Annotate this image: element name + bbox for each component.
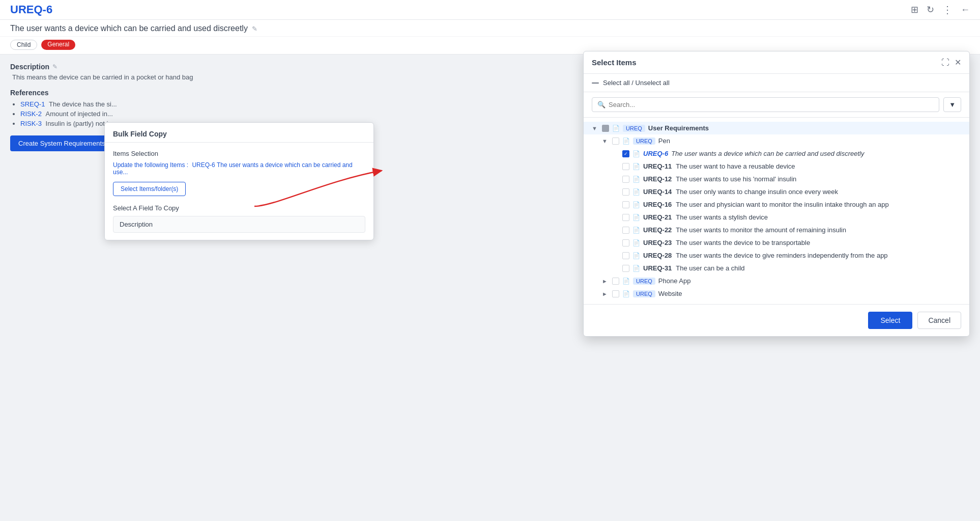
- doc-icon-ureq-23: 📄: [632, 239, 640, 246]
- tree-item-ureq-12[interactable]: 📄 UREQ-12 The user wants to use his 'nor…: [584, 173, 969, 185]
- update-prefix: Update the following Items :: [113, 161, 188, 169]
- checkbox-ureq-28[interactable]: [622, 252, 629, 259]
- checkbox-ureq-31[interactable]: [622, 265, 629, 272]
- select-items-folder-button[interactable]: Select Items/folder(s): [113, 182, 186, 196]
- doc-icon-ureq-12: 📄: [632, 176, 640, 183]
- ref-text-3: Insulin is (partly) not i...: [46, 120, 114, 127]
- tree-item-website-folder[interactable]: ► 📄 UREQ Website: [584, 287, 969, 300]
- references-title: References: [10, 89, 49, 97]
- ref-link-1[interactable]: SREQ-1: [20, 100, 45, 108]
- item-tag-ureq-pen: UREQ: [633, 138, 655, 145]
- folder-icon-pen: 📄: [622, 138, 630, 145]
- field-option-description[interactable]: Description: [113, 216, 365, 233]
- expand-icon[interactable]: ⛶: [941, 58, 949, 67]
- item-id-ureq-11: UREQ-11: [643, 162, 672, 170]
- root-checkbox-partial[interactable]: [602, 125, 609, 132]
- subtitle-row: The user wants a device which can be car…: [0, 20, 980, 37]
- history-icon[interactable]: ↻: [927, 4, 934, 15]
- items-selection-title: Items Selection: [113, 150, 365, 157]
- doc-icon-ureq-22: 📄: [632, 227, 640, 234]
- select-all-text[interactable]: Select all / Unselect all: [603, 79, 670, 87]
- item-label-website: Website: [658, 290, 682, 297]
- item-id-ureq-28: UREQ-28: [643, 252, 672, 259]
- chevron-right-website-icon: ►: [602, 291, 609, 297]
- search-input[interactable]: [609, 101, 934, 108]
- tree-item-ureq-14[interactable]: 📄 UREQ-14 The user only wants to change …: [584, 185, 969, 198]
- tree-item-ureq-31[interactable]: 📄 UREQ-31 The user can be a child: [584, 262, 969, 275]
- doc-icon-ureq-31: 📄: [632, 265, 640, 272]
- dropdown-filter-button[interactable]: ▼: [943, 97, 961, 112]
- item-id-ureq-12: UREQ-12: [643, 175, 672, 183]
- item-tag-ureq-root: UREQ: [623, 125, 645, 132]
- ref-text-1: The device has the si...: [49, 100, 117, 108]
- item-id-ureq-23: UREQ-23: [643, 239, 672, 246]
- item-desc-ureq-14: The user only wants to change insulin on…: [676, 188, 838, 196]
- item-tag-ureq-website: UREQ: [633, 290, 655, 297]
- checkbox-ureq-16[interactable]: [622, 201, 629, 208]
- ref-text-2: Amount of injected in...: [46, 110, 113, 118]
- item-desc-ureq-16: The user and physician want to monitor t…: [676, 201, 888, 208]
- website-checkbox[interactable]: [612, 290, 619, 297]
- tree-item-ureq-6[interactable]: ✓ 📄 UREQ-6 The user wants a device which…: [584, 147, 969, 160]
- tree-item-ureq-11[interactable]: 📄 UREQ-11 The user want to have a reusab…: [584, 160, 969, 173]
- modal-footer: Select Cancel: [584, 304, 969, 336]
- checkbox-ureq-23[interactable]: [622, 239, 629, 246]
- modal-header-icons: ⛶ ✕: [941, 58, 961, 67]
- subtitle-text: The user wants a device which can be car…: [10, 24, 248, 33]
- tree-item-pen-folder[interactable]: ▼ 📄 UREQ Pen: [584, 134, 969, 147]
- checkbox-ureq-11[interactable]: [622, 163, 629, 170]
- select-items-modal: Select Items ⛶ ✕ Select all / Unselect a…: [583, 51, 970, 337]
- ref-link-3[interactable]: RISK-3: [20, 120, 42, 127]
- tree-item-phone-app-folder[interactable]: ► 📄 UREQ Phone App: [584, 275, 969, 287]
- phone-app-checkbox[interactable]: [612, 278, 619, 285]
- checkbox-ureq-6[interactable]: ✓: [622, 150, 629, 157]
- item-desc-ureq-31: The user can be a child: [676, 264, 744, 272]
- tree-item-ureq-16[interactable]: 📄 UREQ-16 The user and physician want to…: [584, 198, 969, 211]
- org-icon[interactable]: ⊞: [911, 4, 918, 15]
- item-desc-ureq-6: The user wants a device which can be car…: [671, 150, 864, 157]
- top-bar-actions: ⊞ ↻ ⋮ ←: [911, 4, 970, 16]
- folder-icon-root: 📄: [612, 125, 620, 132]
- checkbox-ureq-12[interactable]: [622, 176, 629, 183]
- edit-description-icon[interactable]: ✎: [52, 63, 57, 70]
- checkbox-ureq-22[interactable]: [622, 227, 629, 234]
- item-label-phone-app: Phone App: [658, 277, 691, 285]
- search-icon: 🔍: [597, 101, 606, 108]
- close-modal-icon[interactable]: ✕: [955, 58, 961, 67]
- tree-list: ▼ 📄 UREQ User Requirements ▼ 📄 UREQ Pen …: [584, 118, 969, 304]
- tree-item-ureq-23[interactable]: 📄 UREQ-23 The user wants the device to b…: [584, 236, 969, 249]
- back-icon[interactable]: ←: [961, 5, 970, 15]
- checkbox-ureq-21[interactable]: [622, 214, 629, 221]
- tree-item-ureq-21[interactable]: 📄 UREQ-21 The user wants a stylish devic…: [584, 211, 969, 224]
- item-id-ureq-22: UREQ-22: [643, 226, 672, 234]
- bulk-title: Bulk Field Copy: [113, 130, 167, 138]
- tree-item-ureq-28[interactable]: 📄 UREQ-28 The user wants the device to g…: [584, 249, 969, 262]
- modal-title: Select Items: [592, 58, 637, 67]
- checkbox-ureq-14[interactable]: [622, 188, 629, 196]
- field-copy-title: Select A Field To Copy: [113, 204, 365, 212]
- item-id-ureq-31: UREQ-31: [643, 264, 672, 272]
- bulk-body: Items Selection Update the following Ite…: [105, 143, 373, 240]
- tree-item-ureq-root[interactable]: ▼ 📄 UREQ User Requirements: [584, 122, 969, 134]
- bulk-header: Bulk Field Copy: [105, 123, 373, 143]
- chevron-down-pen-icon: ▼: [602, 138, 609, 144]
- item-label-user-requirements: User Requirements: [648, 124, 709, 132]
- item-desc-ureq-28: The user wants the device to give remind…: [676, 252, 887, 259]
- create-system-requirements-button[interactable]: Create System Requirements: [10, 135, 113, 151]
- edit-subtitle-icon[interactable]: ✎: [252, 25, 257, 33]
- chevron-down-icon: ▼: [592, 125, 599, 131]
- item-id-ureq-6: UREQ-6: [643, 150, 668, 157]
- doc-icon-ureq-21: 📄: [632, 214, 640, 221]
- search-wrapper: 🔍: [592, 97, 939, 112]
- tree-item-ureq-22[interactable]: 📄 UREQ-22 The user wants to monitor the …: [584, 224, 969, 236]
- top-bar: UREQ-6 ⊞ ↻ ⋮ ←: [0, 0, 980, 20]
- ref-link-2[interactable]: RISK-2: [20, 110, 42, 118]
- pen-checkbox[interactable]: [612, 138, 619, 145]
- more-icon[interactable]: ⋮: [942, 4, 953, 16]
- select-all-checkbox[interactable]: [592, 83, 599, 84]
- doc-icon-ureq-28: 📄: [632, 252, 640, 259]
- search-row: 🔍 ▼: [584, 92, 969, 118]
- select-all-row: Select all / Unselect all: [584, 74, 969, 92]
- cancel-button[interactable]: Cancel: [917, 312, 961, 329]
- select-button[interactable]: Select: [868, 312, 912, 329]
